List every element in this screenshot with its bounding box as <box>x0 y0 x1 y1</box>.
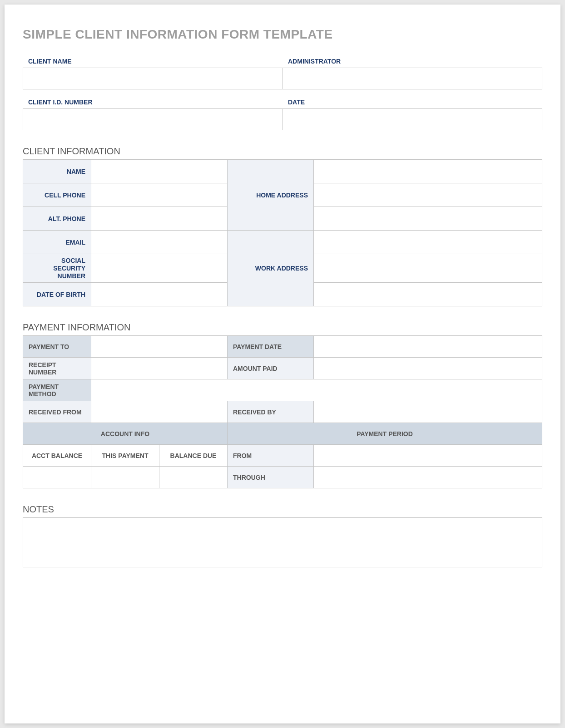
payment-info-table: PAYMENT TO PAYMENT DATE RECEIPT NUMBER A… <box>23 335 542 488</box>
form-page: SIMPLE CLIENT INFORMATION FORM TEMPLATE … <box>5 5 560 723</box>
ssn-label: SOCIAL SECURITY NUMBER <box>23 254 91 283</box>
client-name-label: CLIENT NAME <box>23 58 282 68</box>
payment-to-input[interactable] <box>91 336 228 358</box>
from-input[interactable] <box>314 445 542 467</box>
home-address-line1[interactable] <box>314 160 542 183</box>
home-address-label: HOME ADDRESS <box>228 160 314 231</box>
home-address-line3[interactable] <box>314 207 542 231</box>
received-by-label: RECEIVED BY <box>228 401 314 423</box>
payment-date-input[interactable] <box>314 336 542 358</box>
this-payment-label: THIS PAYMENT <box>91 445 159 467</box>
account-info-header: ACCOUNT INFO <box>23 423 228 445</box>
balance-due-label: BALANCE DUE <box>159 445 228 467</box>
notes-input[interactable] <box>23 517 542 567</box>
administrator-input[interactable] <box>282 68 542 89</box>
date-label: DATE <box>282 98 542 108</box>
received-by-input[interactable] <box>314 401 542 423</box>
dob-input[interactable] <box>91 283 228 306</box>
cell-phone-input[interactable] <box>91 183 228 207</box>
receipt-number-label: RECEIPT NUMBER <box>23 358 91 379</box>
through-label: THROUGH <box>228 467 314 488</box>
received-from-input[interactable] <box>91 401 228 423</box>
email-input[interactable] <box>91 231 228 254</box>
client-info-section-title: CLIENT INFORMATION <box>23 146 542 157</box>
work-address-line2[interactable] <box>314 254 542 283</box>
date-input[interactable] <box>282 108 542 130</box>
client-name-input[interactable] <box>23 68 282 89</box>
received-from-label: RECEIVED FROM <box>23 401 91 423</box>
from-label: FROM <box>228 445 314 467</box>
payment-method-input[interactable] <box>91 379 542 401</box>
work-address-label: WORK ADDRESS <box>228 231 314 306</box>
notes-section-title: NOTES <box>23 504 542 515</box>
payment-info-section-title: PAYMENT INFORMATION <box>23 322 542 333</box>
client-id-input[interactable] <box>23 108 282 130</box>
cell-phone-label: CELL PHONE <box>23 183 91 207</box>
amount-paid-input[interactable] <box>314 358 542 379</box>
alt-phone-label: ALT. PHONE <box>23 207 91 231</box>
work-address-line3[interactable] <box>314 283 542 306</box>
ssn-input[interactable] <box>91 254 228 283</box>
balance-due-input[interactable] <box>159 467 228 488</box>
header-grid-2: CLIENT I.D. NUMBER DATE <box>23 98 542 130</box>
header-grid: CLIENT NAME ADMINISTRATOR <box>23 58 542 89</box>
dob-label: DATE OF BIRTH <box>23 283 91 306</box>
payment-method-label: PAYMENT METHOD <box>23 379 91 401</box>
home-address-line2[interactable] <box>314 183 542 207</box>
payment-period-header: PAYMENT PERIOD <box>228 423 542 445</box>
payment-date-label: PAYMENT DATE <box>228 336 314 358</box>
payment-to-label: PAYMENT TO <box>23 336 91 358</box>
email-label: EMAIL <box>23 231 91 254</box>
alt-phone-input[interactable] <box>91 207 228 231</box>
receipt-number-input[interactable] <box>91 358 228 379</box>
administrator-label: ADMINISTRATOR <box>282 58 542 68</box>
acct-balance-label: ACCT BALANCE <box>23 445 91 467</box>
name-label: NAME <box>23 160 91 183</box>
name-input[interactable] <box>91 160 228 183</box>
acct-balance-input[interactable] <box>23 467 91 488</box>
page-title: SIMPLE CLIENT INFORMATION FORM TEMPLATE <box>23 27 542 42</box>
through-input[interactable] <box>314 467 542 488</box>
work-address-line1[interactable] <box>314 231 542 254</box>
amount-paid-label: AMOUNT PAID <box>228 358 314 379</box>
client-info-table: NAME HOME ADDRESS CELL PHONE ALT. PHONE … <box>23 159 542 306</box>
client-id-label: CLIENT I.D. NUMBER <box>23 98 282 108</box>
this-payment-input[interactable] <box>91 467 159 488</box>
